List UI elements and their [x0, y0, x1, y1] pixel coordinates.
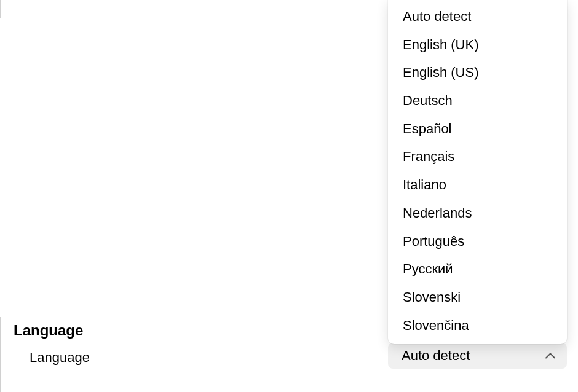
language-option-slovenski[interactable]: Slovenski — [388, 283, 567, 312]
language-option-portugues[interactable]: Português — [388, 227, 567, 256]
language-option-auto-detect[interactable]: Auto detect — [388, 2, 567, 31]
chevron-up-icon — [545, 350, 556, 361]
language-section-heading: Language — [14, 322, 83, 339]
language-option-italiano[interactable]: Italiano — [388, 171, 567, 199]
panel-divider-bottom — [0, 317, 1, 392]
language-dropdown-selected: Auto detect — [402, 348, 470, 364]
language-dropdown-button[interactable]: Auto detect — [388, 343, 567, 369]
language-option-nederlands[interactable]: Nederlands — [388, 199, 567, 227]
language-option-slovencina[interactable]: Slovenčina — [388, 312, 567, 340]
language-setting-label: Language — [30, 350, 90, 366]
language-option-russian[interactable]: Русский — [388, 255, 567, 283]
language-option-espanol[interactable]: Español — [388, 115, 567, 143]
language-option-english-uk[interactable]: English (UK) — [388, 31, 567, 59]
language-option-english-us[interactable]: English (US) — [388, 58, 567, 87]
language-option-francais[interactable]: Français — [388, 143, 567, 171]
language-option-deutsch[interactable]: Deutsch — [388, 87, 567, 115]
language-dropdown-menu: Auto detect English (UK) English (US) De… — [388, 0, 567, 344]
panel-divider-top — [0, 0, 1, 18]
